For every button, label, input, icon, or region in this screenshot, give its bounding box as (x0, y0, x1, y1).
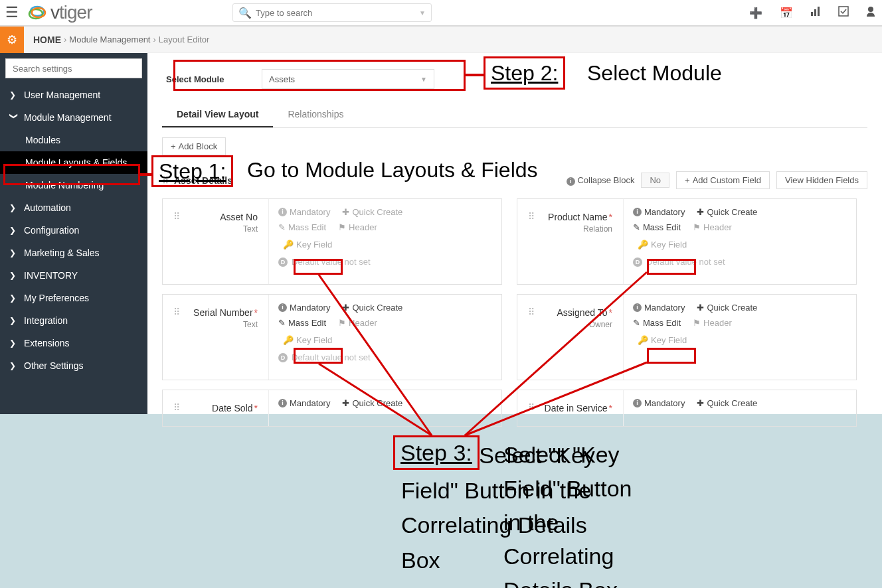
quick-create-toggle[interactable]: ✚ Quick Create (342, 398, 402, 408)
grip-icon[interactable]: ⠿ (528, 402, 535, 413)
sidebar-integration[interactable]: ❯Integration (0, 309, 147, 332)
sidebar-item-label: Module Management (24, 112, 112, 123)
info-icon: i (567, 177, 575, 186)
sidebar-search-input[interactable] (5, 58, 142, 78)
header-toggle[interactable]: ⚑ Header (693, 222, 732, 232)
user-icon[interactable] (866, 6, 875, 19)
field-card-date-in-service: ⠿ Date in Service* i Mandatory ✚ Quick C… (517, 390, 857, 427)
mandatory-toggle[interactable]: i Mandatory (278, 207, 330, 217)
logo[interactable]: vtiger (24, 2, 92, 23)
header-toggle[interactable]: ⚑ Header (693, 318, 732, 328)
check-icon[interactable] (838, 6, 849, 19)
mandatory-toggle[interactable]: i Mandatory (633, 398, 685, 408)
mass-edit-toggle[interactable]: ✎ Mass Edit (278, 318, 326, 328)
collapse-block-label: i Collapse Block (567, 175, 635, 186)
key-field-button[interactable]: 🔑 Key Field (278, 238, 337, 252)
required-star: * (609, 403, 612, 413)
calendar-icon[interactable]: 📅 (780, 7, 793, 19)
sidebar-module-management[interactable]: ❯Module Management (0, 106, 147, 129)
search-input[interactable] (256, 8, 419, 18)
add-icon[interactable]: ➕ (749, 7, 762, 19)
block-actions: i Collapse Block No +Add Custom Field Vi… (567, 171, 867, 189)
hamburger-menu-icon[interactable]: ☰ (0, 0, 24, 26)
required-star: * (254, 403, 258, 413)
add-block-label: Add Block (179, 141, 218, 151)
top-icon-bar: ➕ 📅 (749, 6, 875, 19)
sidebar-my-preferences[interactable]: ❯My Preferences (0, 287, 147, 309)
info-icon: i (633, 399, 642, 407)
sidebar-user-management[interactable]: ❯User Management (0, 84, 147, 106)
grip-icon[interactable]: ⠿ (528, 211, 535, 222)
key-field-button[interactable]: 🔑 Key Field (633, 238, 691, 252)
quick-create-toggle[interactable]: ✚ Quick Create (697, 398, 757, 408)
grip-icon[interactable]: ⠿ (173, 307, 180, 317)
mass-edit-toggle[interactable]: ✎ Mass Edit (633, 318, 681, 328)
chevron-right-icon: ❯ (9, 90, 19, 100)
annotation-box-select-module (173, 60, 466, 91)
header-toggle[interactable]: ⚑ Header (338, 318, 377, 328)
annotation-box-keyfield-2 (294, 348, 343, 364)
field-column-right: ⠿ Product Name* Relation i Mandatory ✚ Q… (517, 198, 857, 427)
grip-icon[interactable]: ⠿ (173, 402, 180, 413)
info-icon: i (278, 303, 287, 312)
search-dropdown-icon[interactable]: ▼ (419, 9, 426, 17)
mass-edit-toggle[interactable]: ✎ Mass Edit (633, 222, 681, 232)
quick-create-toggle[interactable]: ✚ Quick Create (697, 207, 757, 217)
settings-sidebar: ❯User Management ❯Module Management Modu… (0, 53, 147, 414)
annotation-box-sidebar (3, 164, 140, 185)
top-bar: ☰ vtiger 🔍 ▼ ➕ 📅 (0, 0, 882, 27)
sidebar-item-label: Other Settings (24, 360, 84, 371)
mandatory-toggle[interactable]: i Mandatory (633, 207, 685, 217)
chart-icon[interactable] (810, 6, 821, 19)
breadcrumb-module-management[interactable]: Module Management (69, 35, 150, 44)
add-block-button[interactable]: + Add Block (162, 137, 226, 155)
sidebar-search[interactable] (5, 58, 142, 78)
main-content: Select Module Assets ▼ Detail View Layou… (147, 53, 882, 427)
key-field-button[interactable]: 🔑 Key Field (278, 333, 337, 347)
annotation-step1-box: Step 1: (151, 155, 233, 187)
field-options: i Mandatory ✚ Quick Create ✎ Mass Edit ⚑… (269, 295, 501, 380)
mandatory-toggle[interactable]: i Mandatory (633, 303, 685, 313)
gear-icon[interactable]: ⚙ (0, 27, 24, 53)
chevron-right-icon: ❯ (9, 316, 19, 325)
mandatory-toggle[interactable]: i Mandatory (278, 303, 330, 313)
quick-create-toggle[interactable]: ✚ Quick Create (342, 303, 402, 313)
field-handle-area: ⠿ Date Sold* (163, 390, 269, 426)
sidebar-modules[interactable]: Modules (0, 129, 147, 151)
key-field-button[interactable]: 🔑 Key Field (633, 333, 691, 347)
field-name: Date in Service (545, 403, 608, 413)
view-hidden-fields-button[interactable]: View Hidden Fields (776, 171, 867, 189)
quick-create-toggle[interactable]: ✚ Quick Create (342, 207, 402, 217)
global-search[interactable]: 🔍 ▼ (232, 3, 432, 22)
breadcrumb-bar: ⚙ HOME › Module Management › Layout Edit… (0, 27, 882, 53)
plus-icon: + (171, 141, 176, 151)
sidebar-item-label: Integration (24, 315, 68, 326)
breadcrumb-home[interactable]: HOME (33, 35, 61, 45)
required-star: * (609, 307, 612, 318)
chevron-down-icon: ❯ (9, 113, 19, 122)
sidebar-configuration[interactable]: ❯Configuration (0, 219, 147, 242)
field-name: Date Sold (212, 403, 252, 413)
tab-detail-view[interactable]: Detail View Layout (162, 102, 273, 127)
field-name: Assigned To (557, 307, 608, 318)
tab-relationships[interactable]: Relationships (273, 102, 358, 127)
grip-icon[interactable]: ⠿ (528, 307, 535, 317)
add-custom-field-button[interactable]: +Add Custom Field (676, 171, 770, 189)
grip-icon[interactable]: ⠿ (173, 211, 180, 222)
info-icon: i (278, 399, 287, 407)
field-handle-area: ⠿ Assigned To* Owner (517, 295, 624, 380)
sidebar-other-settings[interactable]: ❯Other Settings (0, 354, 147, 377)
sidebar-item-label: INVENTORY (24, 270, 78, 281)
sidebar-inventory[interactable]: ❯INVENTORY (0, 264, 147, 287)
field-handle-area: ⠿ Asset No Text (163, 199, 269, 284)
mandatory-toggle[interactable]: i Mandatory (278, 398, 330, 408)
sidebar-marketing-sales[interactable]: ❯Marketing & Sales (0, 242, 147, 264)
header-toggle[interactable]: ⚑ Header (338, 222, 377, 232)
sidebar-automation[interactable]: ❯Automation (0, 196, 147, 219)
quick-create-toggle[interactable]: ✚ Quick Create (697, 303, 757, 313)
logo-v: v (50, 2, 59, 23)
collapse-toggle[interactable]: No (641, 173, 669, 188)
sidebar-extensions[interactable]: ❯Extensions (0, 332, 147, 354)
field-type: Text (187, 320, 258, 329)
mass-edit-toggle[interactable]: ✎ Mass Edit (278, 222, 326, 232)
